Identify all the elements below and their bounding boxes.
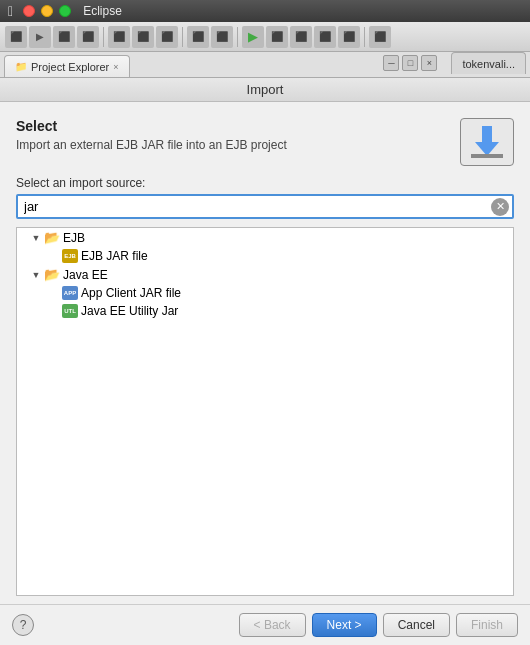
finish-button[interactable]: Finish — [456, 613, 518, 637]
tree-utiljar[interactable]: UTL Java EE Utility Jar — [17, 302, 513, 320]
tokenval-tab[interactable]: tokenvali... — [451, 52, 526, 74]
dialog-footer: ? < Back Next > Cancel Finish — [0, 604, 530, 645]
dialog-header-text: Select Import an external EJB JAR file i… — [16, 118, 460, 164]
toolbar-btn-7[interactable]: ⬛ — [156, 26, 178, 48]
help-icon: ? — [20, 618, 27, 632]
toolbar-btn-4[interactable]: ⬛ — [77, 26, 99, 48]
ejb-group-label: EJB — [63, 231, 85, 245]
tab-label: Project Explorer — [31, 61, 109, 73]
dialog-header-row: Select Import an external EJB JAR file i… — [16, 118, 514, 166]
toolbar-btn-1[interactable]: ⬛ — [5, 26, 27, 48]
tree-appjar[interactable]: APP App Client JAR file — [17, 284, 513, 302]
toolbar-btn-11[interactable]: ⬛ — [290, 26, 312, 48]
svg-rect-2 — [471, 154, 503, 158]
ejb-jar-label: EJB JAR file — [81, 249, 148, 263]
title-bar:  Eclipse — [0, 0, 530, 22]
search-clear-button[interactable]: ✕ — [491, 198, 509, 216]
maximize-button[interactable] — [59, 5, 71, 17]
javaee-group-arrow-icon: ▼ — [31, 270, 41, 280]
toolbar-btn-5[interactable]: ⬛ — [108, 26, 130, 48]
import-arrow-icon — [469, 124, 505, 160]
svg-rect-0 — [482, 126, 492, 142]
javaee-group-label: Java EE — [63, 268, 108, 282]
source-label: Select an import source: — [16, 176, 514, 190]
cancel-button[interactable]: Cancel — [383, 613, 450, 637]
toolbar-separator-3 — [237, 27, 238, 47]
ejb-folder-icon: 📂 — [44, 230, 60, 245]
toolbar-separator-4 — [364, 27, 365, 47]
toolbar-separator-2 — [182, 27, 183, 47]
search-row[interactable]: ✕ — [16, 194, 514, 219]
dialog-title: Import — [0, 78, 530, 102]
toolbar-btn-13[interactable]: ⬛ — [338, 26, 360, 48]
tab-icon: 📁 — [15, 61, 27, 72]
footer-buttons: < Back Next > Cancel Finish — [239, 613, 518, 637]
toolbar-btn-12[interactable]: ⬛ — [314, 26, 336, 48]
minimize-button[interactable] — [41, 5, 53, 17]
appjar-label: App Client JAR file — [81, 286, 181, 300]
tab-controls: ─ □ × tokenvali... — [383, 52, 526, 77]
tree-container[interactable]: ▼ 📂 EJB EJB EJB JAR file ▼ 📂 Java EE APP… — [16, 227, 514, 596]
utiljar-icon: UTL — [62, 304, 78, 318]
toolbar-btn-8[interactable]: ⬛ — [187, 26, 209, 48]
toolbar-btn-3[interactable]: ⬛ — [53, 26, 75, 48]
help-button[interactable]: ? — [12, 614, 34, 636]
close-button[interactable] — [23, 5, 35, 17]
tab-ctrl-close[interactable]: × — [421, 55, 437, 71]
tree-javaee-group[interactable]: ▼ 📂 Java EE — [17, 265, 513, 284]
apple-logo-icon:  — [8, 3, 13, 19]
app-title: Eclipse — [83, 4, 122, 18]
utiljar-label: Java EE Utility Jar — [81, 304, 178, 318]
toolbar-btn-2[interactable]: ▶ — [29, 26, 51, 48]
project-explorer-tab[interactable]: 📁 Project Explorer × — [4, 55, 130, 77]
back-button[interactable]: < Back — [239, 613, 306, 637]
toolbar-btn-9[interactable]: ⬛ — [211, 26, 233, 48]
toolbar-btn-6[interactable]: ⬛ — [132, 26, 154, 48]
dialog-body: Select Import an external EJB JAR file i… — [0, 102, 530, 604]
search-input[interactable] — [18, 196, 491, 217]
svg-marker-1 — [475, 142, 499, 156]
tree-ejb-jar[interactable]: EJB EJB JAR file — [17, 247, 513, 265]
next-button[interactable]: Next > — [312, 613, 377, 637]
import-icon-box — [460, 118, 514, 166]
section-header: Select — [16, 118, 460, 134]
toolbar-btn-10[interactable]: ⬛ — [266, 26, 288, 48]
toolbar-separator — [103, 27, 104, 47]
tab-close-icon[interactable]: × — [113, 62, 118, 72]
toolbar-btn-14[interactable]: ⬛ — [369, 26, 391, 48]
tab-ctrl-maximize[interactable]: □ — [402, 55, 418, 71]
toolbar-run-icon[interactable]: ▶ — [242, 26, 264, 48]
toolbar: ⬛ ▶ ⬛ ⬛ ⬛ ⬛ ⬛ ⬛ ⬛ ▶ ⬛ ⬛ ⬛ ⬛ ⬛ — [0, 22, 530, 52]
tab-ctrl-minimize[interactable]: ─ — [383, 55, 399, 71]
javaee-folder-icon: 📂 — [44, 267, 60, 282]
appjar-icon: APP — [62, 286, 78, 300]
ejb-group-arrow-icon: ▼ — [31, 233, 41, 243]
section-description: Import an external EJB JAR file into an … — [16, 138, 460, 152]
import-dialog: Import Select Import an external EJB JAR… — [0, 78, 530, 645]
tokenval-tab-label: tokenvali... — [462, 58, 515, 70]
tab-bar: 📁 Project Explorer × ─ □ × tokenvali... — [0, 52, 530, 78]
ejb-jar-icon: EJB — [62, 249, 78, 263]
tree-ejb-group[interactable]: ▼ 📂 EJB — [17, 228, 513, 247]
